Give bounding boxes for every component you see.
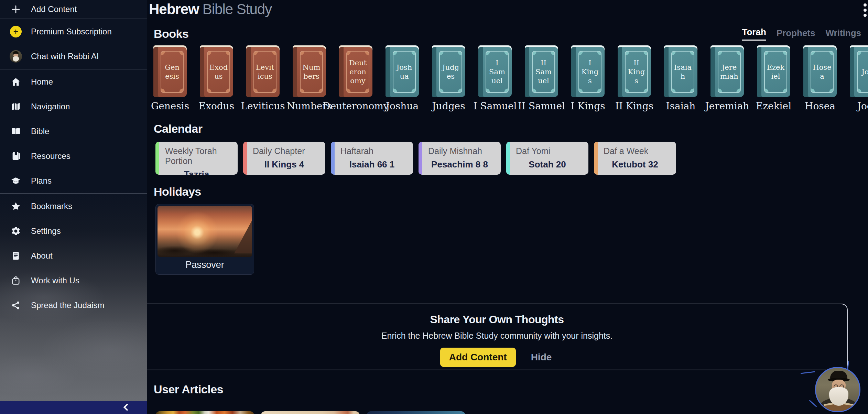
- calendar-section-title: Calendar: [154, 122, 868, 135]
- book-cover: Leviticus: [246, 45, 280, 97]
- book-label: II Samuel: [518, 100, 565, 112]
- calendar-card-accent: [243, 142, 247, 175]
- sidebar-item-chat-with-rabbi-ai[interactable]: Chat with Rabbi AI: [0, 44, 147, 69]
- book-card[interactable]: I Kings I Kings: [565, 45, 611, 112]
- book-card[interactable]: Judges Judges: [425, 45, 472, 112]
- calendar-card[interactable]: Daily Mishnah Pesachim 8 8: [419, 142, 501, 175]
- book-card[interactable]: Ezekiel Ezekiel: [750, 45, 797, 112]
- books-row: Genesis Genesis Exodus Exodus Leviticus …: [147, 45, 868, 112]
- add-content-button[interactable]: Add Content: [440, 348, 516, 367]
- book-cover: II Kings: [618, 45, 651, 97]
- calendar-card[interactable]: Daf a Week Ketubot 32: [594, 142, 676, 175]
- main-content: HebrewBible Study Books Torah Prophets W…: [147, 1, 868, 414]
- book-cover: Genesis: [153, 45, 187, 97]
- book-label: Jeremiah: [705, 100, 749, 112]
- book-label: I Samuel: [474, 100, 517, 112]
- book-card[interactable]: Jeremiah Jeremiah: [704, 45, 750, 112]
- user-articles-row: [155, 411, 868, 414]
- sidebar-item-plans[interactable]: Plans: [0, 168, 147, 193]
- book-label: I Kings: [571, 100, 605, 112]
- calendar-card-value: Ketubot 32: [594, 159, 676, 170]
- sidebar-item-spread-the-judaism[interactable]: Spread the Judaism: [0, 293, 147, 318]
- calendar-card[interactable]: Daily Chapter II Kings 4: [243, 142, 325, 175]
- book-cover: Hosea: [803, 45, 837, 97]
- calendar-card-label: Haftarah: [340, 146, 413, 156]
- article-card[interactable]: [261, 411, 360, 414]
- book-label: Leviticus: [241, 100, 285, 112]
- book-cover-title: I Kings: [578, 51, 601, 93]
- calendar-card[interactable]: Haftarah Isaiah 66 1: [331, 142, 413, 175]
- map-icon: [10, 100, 22, 113]
- calendar-card-label: Daily Chapter: [253, 146, 325, 156]
- book-card[interactable]: Deuteronomy Deuteronomy: [333, 45, 379, 112]
- article-card[interactable]: [155, 411, 254, 414]
- calendar-card-accent: [594, 142, 598, 175]
- book-cover: Jeremiah: [710, 45, 744, 97]
- book-cover: Deuteronomy: [339, 45, 372, 97]
- book-label: Exodus: [199, 100, 234, 112]
- book-card[interactable]: Genesis Genesis: [147, 45, 193, 112]
- book-cover-title: Numbers: [300, 51, 323, 93]
- sidebar-item-work-with-us[interactable]: Work with Us: [0, 268, 147, 293]
- book-cover-title: Exodus: [207, 51, 230, 93]
- sidebar-item-bible[interactable]: Bible: [0, 119, 147, 144]
- book-label: Genesis: [151, 100, 189, 112]
- sidebar-item-home[interactable]: Home: [0, 69, 147, 94]
- graduation-cap-icon: [10, 175, 22, 187]
- holiday-card[interactable]: Passover: [155, 204, 254, 275]
- share-icon: [10, 299, 22, 312]
- sidebar-item-label: Premium Subscription: [31, 27, 112, 36]
- book-label: Joshua: [386, 100, 419, 112]
- book-card[interactable]: Leviticus Leviticus: [240, 45, 286, 112]
- collapse-sidebar-chevron-icon[interactable]: [123, 404, 131, 411]
- book-card[interactable]: I Samuel I Samuel: [472, 45, 518, 112]
- sidebar-item-settings[interactable]: Settings: [0, 219, 147, 243]
- book-label: II Kings: [615, 100, 653, 112]
- book-cover-title: Isaiah: [671, 51, 694, 93]
- sidebar-item-label: Resources: [31, 151, 70, 161]
- rabbi-assistant-avatar[interactable]: [815, 367, 860, 412]
- books-tab[interactable]: Writings: [825, 28, 861, 41]
- book-cover: I Samuel: [478, 45, 512, 97]
- calendar-row: Weekly Torah Portion Tazria Daily Chapte…: [155, 142, 868, 175]
- book-cover-title: Joshua: [393, 51, 416, 93]
- books-section-title: Books: [154, 27, 188, 41]
- book-card[interactable]: II Kings II Kings: [611, 45, 658, 112]
- book-card[interactable]: Joshua Joshua: [379, 45, 425, 112]
- sidebar-item-bookmarks[interactable]: Bookmarks: [0, 194, 147, 219]
- sidebar-item-label: Bookmarks: [31, 201, 72, 211]
- books-tab[interactable]: Prophets: [777, 28, 815, 41]
- book-card[interactable]: Joel Joel: [843, 45, 868, 112]
- calendar-card-label: Daf Yomi: [516, 146, 588, 156]
- home-icon: [10, 76, 22, 88]
- hide-button[interactable]: Hide: [529, 351, 554, 363]
- kebab-menu-icon[interactable]: [864, 3, 867, 17]
- book-cover: Isaiah: [664, 45, 697, 97]
- book-card[interactable]: Isaiah Isaiah: [658, 45, 704, 112]
- plus-icon: [10, 3, 22, 15]
- sidebar-item-label: Spread the Judaism: [31, 301, 104, 310]
- book-card[interactable]: II Samuel II Samuel: [518, 45, 565, 112]
- holiday-image: [158, 206, 252, 257]
- calendar-card[interactable]: Daf Yomi Sotah 20: [506, 142, 588, 175]
- book-cover: I Kings: [571, 45, 605, 97]
- calendar-card-value: II Kings 4: [243, 159, 325, 170]
- book-cover: II Samuel: [525, 45, 558, 97]
- calendar-card-value: Pesachim 8 8: [419, 159, 501, 170]
- sidebar-item-resources[interactable]: Resources: [0, 144, 147, 168]
- book-label: Ezekiel: [756, 100, 791, 112]
- page-title: HebrewBible Study: [149, 1, 868, 18]
- sidebar-item-add-content[interactable]: Add Content: [0, 0, 147, 19]
- calendar-card-value: Tazria: [155, 169, 238, 175]
- sidebar-item-about[interactable]: About: [0, 243, 147, 268]
- books-tab[interactable]: Torah: [742, 27, 766, 41]
- calendar-card-value: Isaiah 66 1: [331, 159, 413, 170]
- article-card[interactable]: [367, 411, 465, 414]
- sidebar-item-navigation[interactable]: Navigation: [0, 94, 147, 119]
- calendar-card-label: Daf a Week: [604, 146, 676, 156]
- book-card[interactable]: Exodus Exodus: [193, 45, 240, 112]
- sidebar-item-premium-subscription[interactable]: Premium Subscription: [0, 19, 147, 44]
- books-tabs: Torah Prophets Writings: [742, 27, 861, 41]
- book-card[interactable]: Hosea Hosea: [797, 45, 843, 112]
- calendar-card[interactable]: Weekly Torah Portion Tazria: [155, 142, 238, 175]
